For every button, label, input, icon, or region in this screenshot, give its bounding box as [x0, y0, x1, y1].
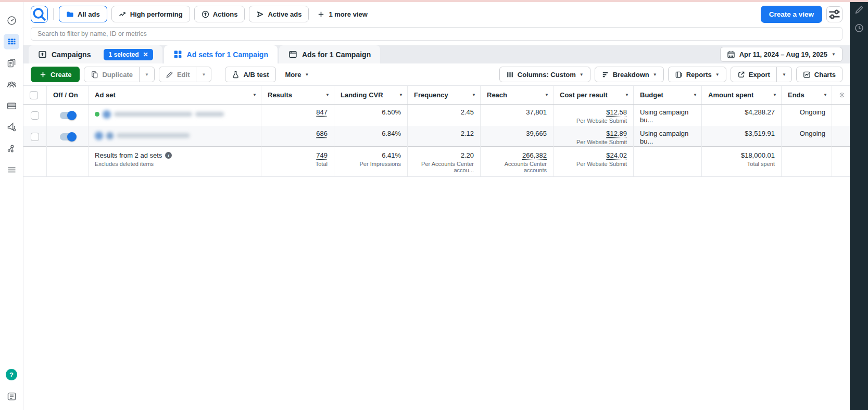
view-chip-actions[interactable]: Actions — [194, 6, 245, 22]
summary-results-sub: Total — [268, 161, 328, 167]
plus-icon — [317, 10, 325, 18]
trend-icon — [119, 10, 127, 18]
col-header-budget[interactable]: Budget▼ — [634, 86, 702, 104]
adset-toggle-on[interactable] — [60, 112, 76, 119]
frequency-value: 2.12 — [408, 126, 481, 147]
info-icon[interactable]: i — [165, 152, 172, 159]
campaigns-folder-icon — [38, 50, 47, 59]
col-header-amount-spent[interactable]: Amount spent▼ — [702, 86, 782, 104]
col-header-reach[interactable]: Reach▼ — [481, 86, 553, 104]
billing-icon[interactable] — [4, 98, 19, 113]
view-chip-high-performing[interactable]: High performing — [111, 6, 190, 22]
edit-pencil-icon[interactable] — [854, 5, 864, 15]
sort-caret-icon[interactable]: ▼ — [325, 93, 330, 97]
action-toolbar: Create Duplicate ▼ Edit ▼ A/B test — [23, 63, 850, 85]
tab-ad-sets[interactable]: Ad sets for 1 Campaign — [164, 45, 278, 63]
adset-name-redacted[interactable] — [89, 105, 261, 126]
summary-results[interactable]: 749 — [316, 151, 328, 159]
sort-caret-icon[interactable]: ▼ — [693, 93, 697, 97]
row-checkbox[interactable] — [31, 111, 39, 120]
results-value[interactable]: 686 — [316, 130, 328, 137]
help-icon[interactable]: ? — [4, 367, 19, 382]
toolbar-divider — [53, 8, 54, 20]
chevron-down-icon: ▼ — [145, 72, 149, 77]
breakdown-button[interactable]: Breakdown ▼ — [595, 67, 664, 82]
sort-caret-icon[interactable]: ▼ — [625, 93, 629, 97]
search-views-button[interactable] — [31, 6, 48, 23]
cost-per-result-value[interactable]: $12.89 — [606, 130, 627, 137]
create-a-view-button[interactable]: Create a view — [761, 6, 822, 23]
date-range-label: Apr 11, 2024 – Aug 19, 2025 — [739, 50, 827, 58]
column-settings-button[interactable] — [832, 86, 850, 104]
events-manager-icon[interactable] — [4, 140, 19, 156]
tab-campaigns[interactable]: Campaigns 1 selected ✕ — [29, 45, 162, 63]
sort-caret-icon[interactable]: ▼ — [399, 93, 403, 97]
more-view-button[interactable]: 1 more view — [313, 10, 371, 18]
history-clock-icon[interactable] — [854, 23, 864, 33]
select-all-checkbox[interactable] — [30, 91, 38, 99]
summary-cost[interactable]: $24.02 — [606, 151, 627, 159]
edit-dropdown[interactable]: ▼ — [196, 67, 211, 82]
col-header-ends[interactable]: Ends▼ — [782, 86, 832, 104]
ads-reporting-icon[interactable] — [4, 55, 19, 71]
chevron-down-icon: ▼ — [580, 72, 584, 77]
selected-badge: 1 selected ✕ — [104, 49, 153, 60]
adset-toggle-on[interactable] — [60, 133, 76, 140]
sort-caret-icon[interactable]: ▼ — [773, 93, 777, 97]
export-button[interactable]: Export — [731, 67, 776, 82]
all-tools-menu-icon[interactable] — [4, 162, 19, 177]
cost-per-result-value[interactable]: $12.58 — [606, 108, 627, 116]
budget-value: Using campaign bu... — [634, 126, 702, 147]
redacted-name-blur — [103, 110, 224, 119]
chevron-down-icon: ▼ — [202, 72, 206, 77]
adset-name-redacted[interactable] — [89, 126, 261, 147]
columns-button[interactable]: Columns: Custom ▼ — [499, 67, 590, 82]
duplicate-dropdown[interactable]: ▼ — [139, 67, 154, 82]
export-split-button: Export ▼ — [731, 67, 792, 82]
col-header-cost-per-result[interactable]: Cost per result▼ — [553, 86, 634, 104]
charts-button[interactable]: Charts — [796, 67, 842, 82]
whats-new-icon[interactable] — [4, 388, 19, 404]
account-overview-icon[interactable] — [4, 12, 19, 28]
redacted-name-blur — [95, 132, 190, 140]
clear-selection-icon[interactable]: ✕ — [143, 51, 148, 58]
summary-row: Results from 2 ad setsi Excludes deleted… — [23, 146, 850, 177]
landing-cvr-value: 6.84% — [334, 126, 408, 147]
col-header-landing-cvr[interactable]: Landing CVR▼ — [334, 86, 408, 104]
ads-frame-icon — [288, 50, 297, 59]
more-button[interactable]: More ▼ — [280, 71, 315, 79]
col-header-results[interactable]: Results▼ — [261, 86, 334, 104]
export-dropdown[interactable]: ▼ — [776, 67, 791, 82]
audiences-icon[interactable] — [4, 76, 19, 92]
sliders-icon — [827, 7, 842, 22]
advertising-settings-icon[interactable] — [4, 119, 19, 135]
copy-icon — [91, 71, 98, 79]
view-settings-button[interactable] — [826, 6, 842, 22]
date-range-picker[interactable]: Apr 11, 2024 – Aug 19, 2025 ▼ — [720, 47, 842, 62]
summary-title: Results from 2 ad sets — [95, 151, 162, 159]
view-chip-all-ads[interactable]: All ads — [59, 6, 107, 22]
view-chip-active-ads[interactable]: Active ads — [249, 6, 309, 22]
status-dot-green — [95, 112, 99, 117]
results-value[interactable]: 847 — [316, 108, 328, 116]
create-button[interactable]: Create — [31, 67, 80, 82]
sort-caret-icon[interactable]: ▼ — [253, 93, 257, 97]
col-header-ad-set[interactable]: Ad set▼ — [89, 86, 261, 104]
calendar-icon — [727, 50, 735, 59]
duplicate-button[interactable]: Duplicate — [84, 67, 139, 82]
sort-caret-icon[interactable]: ▼ — [823, 93, 827, 97]
ab-test-button[interactable]: A/B test — [225, 67, 275, 82]
more-view-label: 1 more view — [329, 10, 367, 18]
sort-caret-icon[interactable]: ▼ — [545, 93, 549, 97]
summary-reach[interactable]: 266,382 — [522, 151, 547, 159]
edit-button[interactable]: Edit — [159, 67, 196, 82]
reports-button[interactable]: Reports ▼ — [668, 67, 726, 82]
campaigns-nav-icon[interactable] — [4, 34, 19, 49]
filter-search-input[interactable] — [31, 27, 842, 41]
adset-row: 686 6.84% 2.12 39,665 $12.89Per Website … — [23, 126, 850, 146]
col-header-frequency[interactable]: Frequency▼ — [408, 86, 481, 104]
tab-ads[interactable]: Ads for 1 Campaign — [279, 45, 380, 63]
row-checkbox[interactable] — [31, 133, 39, 141]
right-tool-rail — [850, 2, 868, 410]
sort-caret-icon[interactable]: ▼ — [472, 93, 476, 97]
